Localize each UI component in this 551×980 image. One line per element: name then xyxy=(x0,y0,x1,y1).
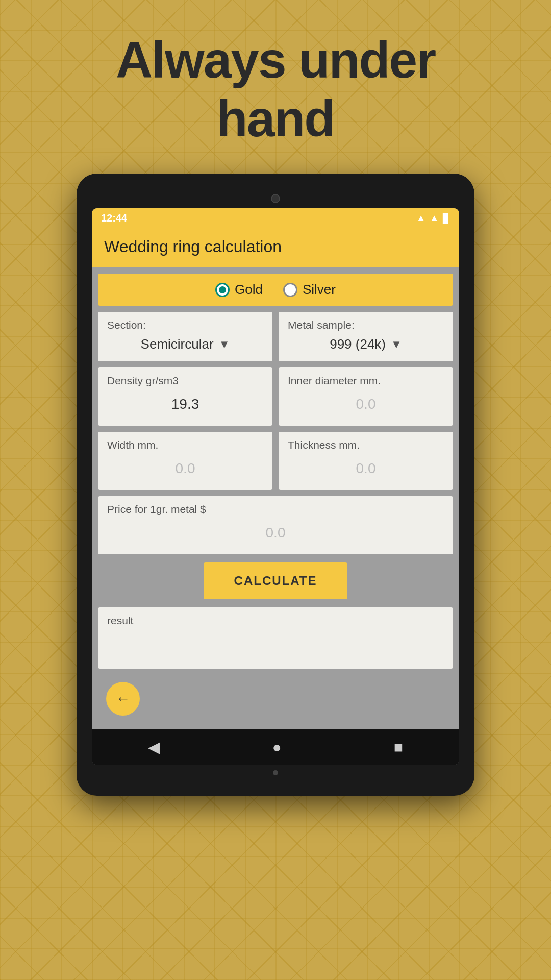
app-content: Gold Silver Section: Semicircular ▼ xyxy=(92,267,459,729)
section-label: Section: xyxy=(107,319,263,331)
silver-radio-option[interactable]: Silver xyxy=(283,282,336,298)
width-input[interactable]: 0.0 xyxy=(107,456,263,481)
calculate-button[interactable]: CALCULATE xyxy=(204,562,348,599)
thickness-input[interactable]: 0.0 xyxy=(288,456,444,481)
result-card: result xyxy=(98,607,453,669)
thickness-label: Thickness mm. xyxy=(288,439,444,451)
signal-icon: ▲ xyxy=(430,213,439,224)
page-title: Always under hand xyxy=(0,0,551,174)
inner-diameter-input[interactable]: 0.0 xyxy=(288,392,444,416)
tablet-camera xyxy=(271,194,280,203)
top-fields-grid: Section: Semicircular ▼ Metal sample: 99… xyxy=(98,312,453,361)
wifi-icon: ▲ xyxy=(416,213,425,224)
section-arrow-icon: ▼ xyxy=(219,338,230,351)
section-card: Section: Semicircular ▼ xyxy=(98,312,272,361)
status-icons: ▲ ▲ ▊ xyxy=(416,213,450,224)
silver-radio-circle[interactable] xyxy=(283,283,297,297)
calculate-section: CALCULATE xyxy=(98,560,453,601)
tablet-home-indicator xyxy=(92,765,459,780)
density-label: Density gr/sm3 xyxy=(107,375,263,387)
tablet-screen: 12:44 ▲ ▲ ▊ Wedding ring calculation Gol… xyxy=(92,208,459,765)
material-selector-row: Gold Silver xyxy=(98,274,453,306)
app-title: Wedding ring calculation xyxy=(104,237,282,256)
status-bar: 12:44 ▲ ▲ ▊ xyxy=(92,208,459,228)
thickness-card[interactable]: Thickness mm. 0.0 xyxy=(279,432,453,490)
silver-label: Silver xyxy=(303,282,336,298)
section-value: Semicircular xyxy=(141,336,214,352)
tablet-device: 12:44 ▲ ▲ ▊ Wedding ring calculation Gol… xyxy=(77,174,474,796)
status-time: 12:44 xyxy=(101,212,127,224)
density-diameter-grid: Density gr/sm3 19.3 Inner diameter mm. 0… xyxy=(98,368,453,426)
nav-recent-icon[interactable]: ■ xyxy=(394,739,403,756)
inner-diameter-label: Inner diameter mm. xyxy=(288,375,444,387)
metal-sample-label: Metal sample: xyxy=(288,319,444,331)
nav-home-icon[interactable]: ● xyxy=(272,739,281,756)
gold-radio-option[interactable]: Gold xyxy=(215,282,263,298)
tablet-top-bar xyxy=(92,194,459,203)
tablet-wrapper: 12:44 ▲ ▲ ▊ Wedding ring calculation Gol… xyxy=(0,174,551,796)
back-row: ← xyxy=(98,675,453,723)
inner-diameter-card[interactable]: Inner diameter mm. 0.0 xyxy=(279,368,453,426)
metal-sample-value: 999 (24k) xyxy=(330,336,386,352)
price-input[interactable]: 0.0 xyxy=(107,521,444,545)
width-thickness-grid: Width mm. 0.0 Thickness mm. 0.0 xyxy=(98,432,453,490)
density-card: Density gr/sm3 19.3 xyxy=(98,368,272,426)
nav-bar: ◀ ● ■ xyxy=(92,729,459,765)
density-value: 19.3 xyxy=(107,392,263,416)
nav-back-icon[interactable]: ◀ xyxy=(148,738,160,756)
result-label: result xyxy=(107,615,444,627)
price-label: Price for 1gr. metal $ xyxy=(107,503,444,516)
section-dropdown[interactable]: Semicircular ▼ xyxy=(107,336,263,352)
back-button[interactable]: ← xyxy=(106,682,140,716)
metal-sample-dropdown[interactable]: 999 (24k) ▼ xyxy=(288,336,444,352)
app-header: Wedding ring calculation xyxy=(92,228,459,267)
home-dot xyxy=(273,770,278,775)
price-card[interactable]: Price for 1gr. metal $ 0.0 xyxy=(98,496,453,554)
width-card[interactable]: Width mm. 0.0 xyxy=(98,432,272,490)
metal-sample-arrow-icon: ▼ xyxy=(391,338,402,351)
metal-sample-card: Metal sample: 999 (24k) ▼ xyxy=(279,312,453,361)
back-arrow-icon: ← xyxy=(116,691,130,707)
gold-radio-circle[interactable] xyxy=(215,283,230,297)
gold-label: Gold xyxy=(235,282,263,298)
width-label: Width mm. xyxy=(107,439,263,451)
battery-icon: ▊ xyxy=(443,213,450,224)
